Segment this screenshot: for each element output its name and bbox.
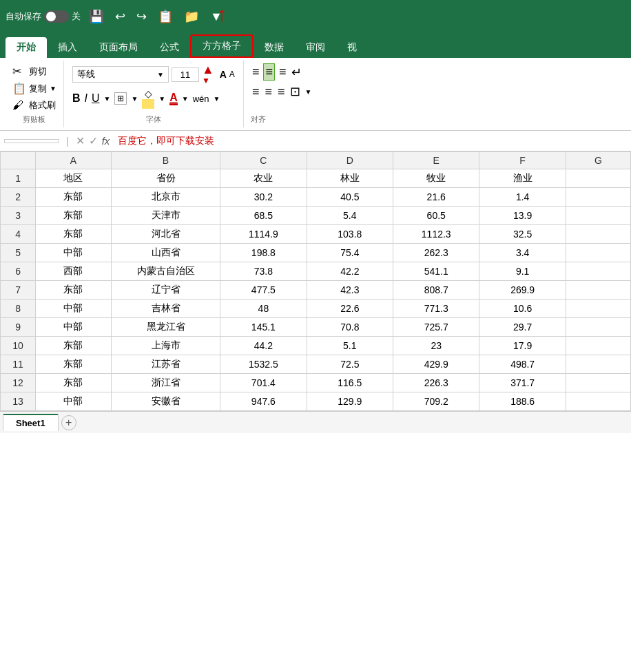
sheet-tab-sheet1[interactable]: Sheet1: [3, 414, 59, 431]
formula-cancel[interactable]: ✕: [76, 134, 85, 147]
cell-c[interactable]: 145.1: [220, 318, 307, 337]
cell-c[interactable]: 947.6: [220, 392, 307, 411]
cell-g[interactable]: [566, 300, 630, 318]
cell-c[interactable]: 73.8: [220, 262, 307, 281]
row-num-cell[interactable]: 1: [1, 169, 36, 188]
cell-f[interactable]: 32.5: [479, 225, 566, 244]
undo-icon[interactable]: ↩: [112, 9, 128, 24]
tab-home[interactable]: 开始: [6, 37, 47, 58]
col-header-d[interactable]: D: [307, 152, 393, 169]
cell-b[interactable]: 浙江省: [111, 374, 220, 392]
cell-e[interactable]: 262.3: [393, 244, 479, 262]
tab-review[interactable]: 审阅: [295, 37, 336, 58]
align-hcenter-icon[interactable]: ≡: [263, 84, 273, 100]
wren-button[interactable]: wén: [193, 94, 209, 104]
cell-d[interactable]: 5.4: [307, 207, 393, 225]
col-header-f[interactable]: F: [479, 152, 566, 169]
col-header-e[interactable]: E: [393, 152, 479, 169]
cell-c[interactable]: 477.5: [220, 281, 307, 300]
row-num-cell[interactable]: 13: [1, 392, 36, 411]
merge-dropdown[interactable]: ▼: [304, 88, 311, 96]
cell-f[interactable]: 渔业: [479, 169, 566, 188]
tab-view[interactable]: 视: [336, 37, 368, 58]
wrap-text-icon[interactable]: ↵: [290, 64, 303, 81]
cell-e[interactable]: 1112.3: [393, 225, 479, 244]
cell-e[interactable]: 21.6: [393, 188, 479, 207]
format-painter-button[interactable]: 🖌 格式刷: [12, 98, 56, 113]
col-header-c[interactable]: C: [220, 152, 307, 169]
cell-e[interactable]: 541.1: [393, 262, 479, 281]
row-num-cell[interactable]: 9: [1, 318, 36, 337]
cell-f[interactable]: 29.7: [479, 318, 566, 337]
tab-fangfangezi[interactable]: 方方格子 ↑: [190, 34, 254, 58]
bold-button[interactable]: B: [72, 92, 81, 105]
font-name-box[interactable]: 等线 ▼: [72, 66, 169, 83]
align-bottom-icon[interactable]: ≡: [278, 64, 288, 80]
redo-icon[interactable]: ↪: [134, 9, 149, 24]
cell-a[interactable]: 东部: [36, 374, 112, 392]
border-button[interactable]: ⊞: [114, 92, 127, 105]
col-header-g[interactable]: G: [566, 152, 630, 169]
cell-d[interactable]: 40.5: [307, 188, 393, 207]
autosave-toggle[interactable]: [44, 10, 69, 23]
cell-ref-box[interactable]: [4, 139, 59, 143]
cell-b[interactable]: 吉林省: [111, 300, 220, 318]
formula-input[interactable]: 百度它，即可下载安装: [114, 134, 627, 149]
col-header-a[interactable]: A: [36, 152, 112, 169]
row-num-cell[interactable]: 5: [1, 244, 36, 262]
save-icon[interactable]: 💾: [86, 9, 107, 24]
cell-c[interactable]: 1114.9: [220, 225, 307, 244]
cell-g[interactable]: [566, 207, 630, 225]
cell-c[interactable]: 48: [220, 300, 307, 318]
italic-button[interactable]: I: [84, 92, 87, 105]
cell-g[interactable]: [566, 374, 630, 392]
cell-g[interactable]: [566, 188, 630, 207]
cell-f[interactable]: 9.1: [479, 262, 566, 281]
cell-b[interactable]: 辽宁省: [111, 281, 220, 300]
cell-e[interactable]: 709.2: [393, 392, 479, 411]
cell-a[interactable]: 东部: [36, 225, 112, 244]
cell-g[interactable]: [566, 262, 630, 281]
font-size-box[interactable]: 11: [172, 67, 199, 82]
cell-b[interactable]: 黑龙江省: [111, 318, 220, 337]
cell-b[interactable]: 天津市: [111, 207, 220, 225]
open-icon[interactable]: 📁: [181, 9, 202, 24]
row-num-cell[interactable]: 12: [1, 374, 36, 392]
print-icon[interactable]: 📋: [155, 9, 176, 24]
cell-e[interactable]: 808.7: [393, 281, 479, 300]
cell-d[interactable]: 72.5: [307, 355, 393, 374]
cell-g[interactable]: [566, 225, 630, 244]
font-color-button[interactable]: A: [169, 92, 178, 105]
cell-a[interactable]: 东部: [36, 207, 112, 225]
row-num-cell[interactable]: 4: [1, 225, 36, 244]
cell-b[interactable]: 内蒙古自治区: [111, 262, 220, 281]
cell-b[interactable]: 上海市: [111, 337, 220, 355]
cell-b[interactable]: 安徽省: [111, 392, 220, 411]
underline-button[interactable]: U: [92, 92, 100, 105]
copy-button[interactable]: 📋 复制 ▼: [12, 81, 56, 96]
add-sheet-button[interactable]: +: [61, 415, 76, 430]
row-num-cell[interactable]: 3: [1, 207, 36, 225]
row-num-cell[interactable]: 6: [1, 262, 36, 281]
cell-g[interactable]: [566, 318, 630, 337]
cell-d[interactable]: 103.8: [307, 225, 393, 244]
cell-b[interactable]: 河北省: [111, 225, 220, 244]
cell-d[interactable]: 林业: [307, 169, 393, 188]
cell-f[interactable]: 1.4: [479, 188, 566, 207]
cell-g[interactable]: [566, 337, 630, 355]
cell-d[interactable]: 129.9: [307, 392, 393, 411]
formula-fx[interactable]: fx: [102, 135, 110, 147]
row-num-cell[interactable]: 11: [1, 355, 36, 374]
wren-dropdown[interactable]: ▼: [214, 95, 220, 103]
cell-e[interactable]: 226.3: [393, 374, 479, 392]
cell-f[interactable]: 498.7: [479, 355, 566, 374]
cell-g[interactable]: [566, 244, 630, 262]
cell-c[interactable]: 701.4: [220, 374, 307, 392]
cell-e[interactable]: 23: [393, 337, 479, 355]
cell-a[interactable]: 中部: [36, 318, 112, 337]
cell-f[interactable]: 269.9: [479, 281, 566, 300]
cell-d[interactable]: 42.2: [307, 262, 393, 281]
cell-e[interactable]: 725.7: [393, 318, 479, 337]
cell-c[interactable]: 农业: [220, 169, 307, 188]
font-size-increase[interactable]: ▲: [202, 63, 214, 76]
